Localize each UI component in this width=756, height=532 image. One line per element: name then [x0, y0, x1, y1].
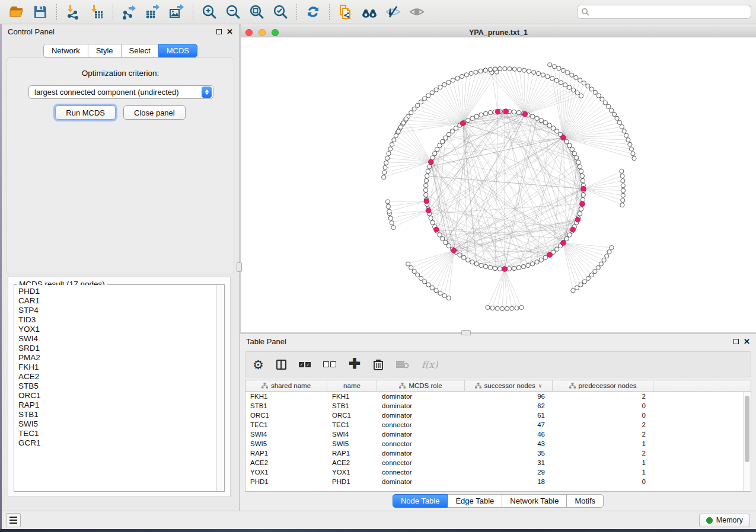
- network-window-titlebar[interactable]: YPA_prune.txt_1: [241, 27, 756, 37]
- table-cell: dominator: [377, 401, 465, 411]
- mcds-result-item[interactable]: GCR1: [18, 438, 216, 448]
- import-table-button[interactable]: [87, 2, 107, 21]
- column-visibility-icon[interactable]: [276, 360, 286, 370]
- zoom-fit-button[interactable]: [247, 2, 267, 21]
- table-cell: dominator: [377, 448, 465, 458]
- mcds-result-item[interactable]: PHD1: [18, 287, 216, 296]
- import-network-button[interactable]: [63, 2, 83, 21]
- mcds-result-item[interactable]: PMA2: [18, 353, 216, 363]
- delete-table-icon[interactable]: [396, 360, 409, 369]
- save-session-button[interactable]: [30, 2, 50, 21]
- zoom-out-icon: [225, 4, 241, 20]
- table-row[interactable]: RAP1RAP1dominator352: [245, 448, 751, 458]
- export-table-button[interactable]: [143, 2, 163, 21]
- mcds-result-item[interactable]: CAR1: [18, 296, 216, 306]
- memory-button[interactable]: Memory: [699, 514, 750, 527]
- zoom-selected-button[interactable]: [270, 2, 291, 21]
- zoom-out-button[interactable]: [223, 2, 243, 21]
- mcds-result-item[interactable]: STP4: [18, 306, 216, 315]
- mcds-result-item[interactable]: RAP1: [18, 400, 216, 410]
- close-panel-icon[interactable]: ✕: [744, 338, 750, 345]
- column-header-name[interactable]: name: [327, 380, 377, 391]
- column-label: name: [343, 382, 361, 389]
- import-table-icon: [89, 4, 104, 20]
- table-row[interactable]: PHD1PHD1dominator180: [245, 477, 751, 486]
- select-all-columns-icon[interactable]: ✓✓: [299, 362, 311, 367]
- tab-select[interactable]: Select: [121, 44, 159, 57]
- column-label: successor nodes: [484, 382, 535, 389]
- vertical-splitter-grip[interactable]: [237, 262, 242, 272]
- export-image-icon: [169, 4, 184, 20]
- table-row[interactable]: TEC1TEC1connector472: [245, 420, 751, 430]
- table-row[interactable]: SWI4SWI4dominator462: [245, 430, 751, 439]
- tab-motifs[interactable]: Motifs: [566, 494, 604, 508]
- column-header-successor-nodes[interactable]: successor nodes ∨: [465, 380, 553, 391]
- table-cell: STB1: [327, 401, 377, 411]
- table-scrollbar-thumb[interactable]: [745, 396, 749, 462]
- tab-network[interactable]: Network: [43, 44, 88, 57]
- mcds-result-item[interactable]: SWI5: [18, 419, 216, 429]
- close-panel-icon[interactable]: ✕: [227, 28, 233, 36]
- mcds-result-item[interactable]: SRD1: [18, 344, 216, 353]
- mcds-list-scrollbar[interactable]: [216, 285, 224, 491]
- deselect-all-columns-icon[interactable]: [323, 361, 336, 367]
- mcds-result-list[interactable]: PHD1CAR1STP4TID3YOX1SWI4SRD1PMA2FKH1ACE2…: [14, 285, 216, 491]
- table-row[interactable]: YOX1YOX1connector291: [245, 467, 751, 477]
- mcds-result-item[interactable]: FKH1: [18, 363, 216, 372]
- run-mcds-button[interactable]: Run MCDS: [55, 105, 116, 120]
- close-panel-button[interactable]: Close panel: [123, 105, 186, 120]
- table-cell: 1: [553, 458, 653, 467]
- search-input[interactable]: [589, 7, 747, 17]
- task-history-button[interactable]: [6, 513, 21, 527]
- first-neighbors-button[interactable]: [359, 2, 379, 21]
- optimization-criterion-label: Optimization criterion:: [7, 69, 234, 78]
- float-panel-icon[interactable]: [733, 339, 739, 344]
- hierarchy-icon: [569, 383, 576, 389]
- network-graph[interactable]: [241, 37, 756, 332]
- table-cell: PHD1: [327, 477, 377, 486]
- tab-style[interactable]: Style: [88, 44, 122, 57]
- tab-edge-table[interactable]: Edge Table: [447, 494, 502, 508]
- export-network-button[interactable]: [119, 2, 139, 21]
- table-cell: connector: [377, 458, 465, 467]
- table-cell: 1: [553, 439, 653, 448]
- control-panel: Control Panel ✕ Network Style Select MCD…: [2, 24, 239, 511]
- clone-network-button[interactable]: [336, 2, 356, 21]
- control-panel-title: Control Panel: [8, 27, 55, 36]
- table-scrollbar[interactable]: [743, 392, 751, 491]
- hide-selected-button[interactable]: [383, 2, 403, 21]
- table-row[interactable]: ORC1ORC1dominator610: [245, 411, 751, 420]
- mcds-result-item[interactable]: SWI4: [18, 334, 216, 344]
- mcds-result-item[interactable]: STB1: [18, 410, 216, 419]
- export-image-button[interactable]: [167, 2, 187, 21]
- table-row[interactable]: STB1STB1dominator620: [245, 401, 751, 411]
- mcds-result-item[interactable]: TEC1: [18, 429, 216, 438]
- mcds-result-item[interactable]: TID3: [18, 315, 216, 325]
- function-builder-icon[interactable]: f(x): [422, 359, 438, 370]
- table-settings-gear-icon[interactable]: ⚙: [253, 358, 264, 371]
- open-session-button[interactable]: [7, 2, 27, 21]
- refresh-layout-button[interactable]: [303, 2, 323, 21]
- export-table-icon: [145, 4, 161, 20]
- column-header-mcds-role[interactable]: MCDS role: [377, 380, 465, 391]
- table-row[interactable]: ACE2ACE2connector311: [245, 458, 751, 467]
- table-row[interactable]: FKH1FKH1dominator962: [245, 392, 751, 401]
- create-column-icon[interactable]: ✚: [349, 357, 361, 371]
- table-toolbar: ⚙ ✓✓ ✚ f(x): [245, 351, 751, 377]
- column-header-shared-name[interactable]: shared name: [245, 380, 327, 391]
- delete-column-icon[interactable]: [373, 358, 384, 370]
- horizontal-splitter-grip[interactable]: [461, 330, 471, 335]
- float-panel-icon[interactable]: [216, 29, 222, 34]
- tab-network-table[interactable]: Network Table: [502, 494, 567, 508]
- tab-node-table[interactable]: Node Table: [393, 494, 448, 508]
- mcds-result-item[interactable]: STB5: [18, 382, 216, 391]
- zoom-in-button[interactable]: [199, 2, 219, 21]
- tab-mcds[interactable]: MCDS: [158, 44, 197, 57]
- mcds-result-item[interactable]: ORC1: [18, 391, 216, 400]
- mcds-result-item[interactable]: ACE2: [18, 372, 216, 382]
- column-header-predecessor-nodes[interactable]: predecessor nodes: [553, 380, 653, 391]
- mcds-result-item[interactable]: YOX1: [18, 325, 216, 334]
- criterion-dropdown[interactable]: largest connected component (undirected): [28, 85, 213, 99]
- table-row[interactable]: SWI5SWI5connector431: [245, 439, 751, 448]
- show-all-button[interactable]: [407, 2, 427, 21]
